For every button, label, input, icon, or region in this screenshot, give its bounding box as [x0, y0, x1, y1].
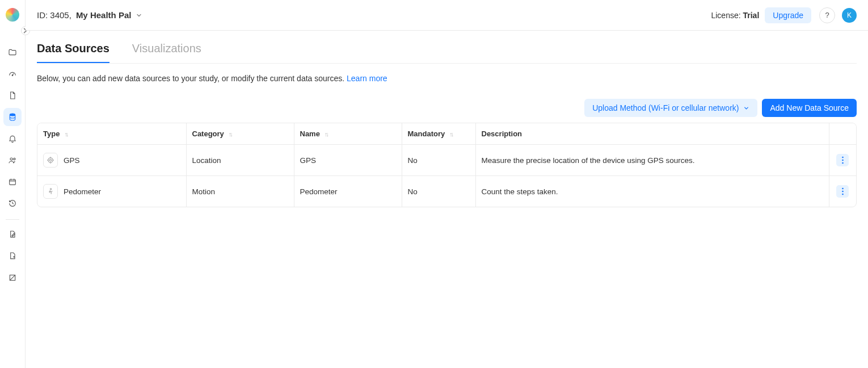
learn-more-link[interactable]: Learn more — [347, 74, 387, 83]
more-vertical-icon — [842, 187, 844, 195]
data-sources-table: Type↑↓ Category↑↓ Name↑↓ Mandatory↑↓ Des… — [37, 123, 857, 207]
row-actions-menu[interactable] — [836, 154, 849, 166]
cell-category: Location — [186, 145, 294, 176]
column-header-name[interactable]: Name↑↓ — [294, 123, 402, 145]
column-header-category[interactable]: Category↑↓ — [186, 123, 294, 145]
document-icon — [8, 91, 17, 100]
sort-icon: ↑↓ — [64, 131, 67, 137]
upgrade-button[interactable]: Upgrade — [765, 7, 811, 23]
folder-icon — [8, 48, 17, 57]
sidebar-item-database[interactable] — [3, 108, 22, 126]
sidebar-item-edit-doc[interactable] — [3, 225, 22, 244]
svg-point-10 — [842, 162, 844, 164]
sidebar — [0, 0, 26, 368]
svg-point-14 — [842, 194, 844, 195]
design-icon — [8, 273, 17, 282]
sort-icon: ↑↓ — [325, 131, 327, 137]
svg-point-11 — [50, 189, 51, 190]
app-logo[interactable] — [6, 8, 19, 22]
svg-point-8 — [842, 157, 844, 158]
cell-description: Count the steps taken. — [475, 176, 829, 207]
license-status: License: Trial — [711, 11, 759, 20]
svg-point-2 — [10, 158, 12, 160]
help-button[interactable]: ? — [819, 7, 835, 23]
svg-rect-4 — [10, 179, 16, 185]
sidebar-item-history[interactable] — [3, 194, 22, 212]
add-doc-icon — [8, 252, 17, 261]
description-row: Below, you can add new data sources to y… — [37, 74, 857, 83]
svg-point-6 — [49, 159, 52, 161]
main-content: Data Sources Visualizations Below, you c… — [26, 31, 868, 219]
sidebar-item-folder[interactable] — [3, 43, 22, 61]
gps-icon — [43, 153, 58, 168]
bell-icon — [8, 134, 17, 143]
cell-name: Pedometer — [294, 176, 402, 207]
sidebar-item-notifications[interactable] — [3, 129, 22, 148]
sidebar-item-people[interactable] — [3, 151, 22, 169]
add-data-source-button[interactable]: Add New Data Source — [762, 99, 857, 117]
sidebar-item-design[interactable] — [3, 269, 22, 287]
edit-doc-icon — [8, 230, 17, 239]
cell-mandatory: No — [402, 176, 475, 207]
svg-point-0 — [12, 75, 13, 76]
cell-type: Pedometer — [64, 187, 101, 196]
action-row: Upload Method (Wi-Fi or cellular network… — [37, 99, 857, 117]
sort-icon: ↑↓ — [449, 131, 452, 137]
svg-point-3 — [14, 158, 15, 160]
cell-name: GPS — [294, 145, 402, 176]
study-name: My Health Pal — [76, 10, 132, 20]
column-header-mandatory[interactable]: Mandatory↑↓ — [402, 123, 475, 145]
cell-description: Measure the precise location of the devi… — [475, 145, 829, 176]
cell-type: GPS — [64, 156, 80, 165]
table-row: GPS Location GPS No Measure the precise … — [37, 145, 856, 176]
more-vertical-icon — [842, 156, 844, 164]
history-icon — [8, 199, 17, 208]
sidebar-item-dashboard[interactable] — [3, 65, 22, 83]
study-id: ID: 3405, — [37, 10, 71, 20]
svg-point-13 — [842, 191, 844, 193]
tab-data-sources[interactable]: Data Sources — [37, 42, 109, 63]
svg-point-9 — [842, 160, 844, 161]
column-header-actions — [829, 123, 856, 145]
chevron-down-icon — [743, 105, 749, 111]
cell-mandatory: No — [402, 145, 475, 176]
sidebar-divider — [6, 219, 19, 220]
svg-point-12 — [842, 188, 844, 190]
description-text: Below, you can add new data sources to y… — [37, 74, 344, 83]
upload-method-dropdown[interactable]: Upload Method (Wi-Fi or cellular network… — [584, 99, 757, 117]
calendar-icon — [8, 177, 17, 186]
sidebar-item-document[interactable] — [3, 86, 22, 104]
svg-point-7 — [48, 158, 53, 162]
user-avatar[interactable]: K — [842, 8, 857, 23]
tab-bar: Data Sources Visualizations — [37, 42, 857, 64]
column-header-type[interactable]: Type↑↓ — [37, 123, 186, 145]
study-selector[interactable]: ID: 3405, My Health Pal — [37, 10, 142, 20]
table-row: Pedometer Motion Pedometer No Count the … — [37, 176, 856, 207]
people-icon — [8, 156, 17, 165]
svg-point-1 — [10, 114, 15, 116]
cell-category: Motion — [186, 176, 294, 207]
row-actions-menu[interactable] — [836, 185, 849, 198]
pedometer-icon — [43, 184, 58, 199]
chevron-down-icon — [136, 12, 142, 19]
sidebar-item-calendar[interactable] — [3, 173, 22, 191]
column-header-description: Description — [475, 123, 829, 145]
gauge-icon — [8, 69, 17, 78]
sidebar-item-add-doc[interactable] — [3, 247, 22, 265]
sort-icon: ↑↓ — [229, 131, 231, 137]
database-icon — [8, 112, 17, 122]
tab-visualizations[interactable]: Visualizations — [132, 42, 201, 63]
header-bar: ID: 3405, My Health Pal License: Trial U… — [26, 0, 868, 31]
